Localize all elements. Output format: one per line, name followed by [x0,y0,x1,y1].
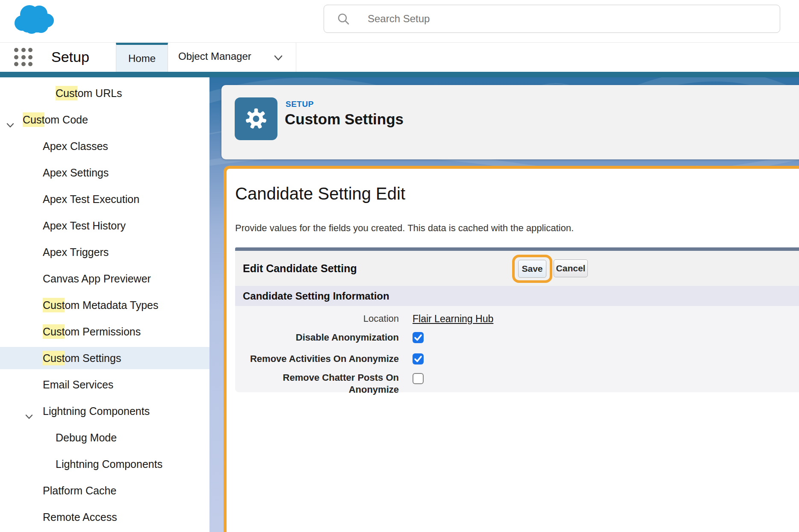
sidebar-item-label: Apex Test History [43,220,126,232]
sidebar-item-label: Lightning Components [56,458,162,470]
sidebar-item-custom-urls[interactable]: Custom URLs [0,82,209,104]
gear-icon [243,106,269,132]
search-input[interactable] [368,13,744,25]
sidebar-item-label: Lightning Components [43,405,150,417]
sidebar-item-label: Apex Settings [43,167,109,179]
sidebar-item-label: Custom Code [23,112,88,127]
search-icon [337,12,350,25]
sidebar-item-label: Remote Access [43,511,117,523]
field-value: Flair Learning Hub [399,313,493,325]
sidebar-item-label: Custom Permissions [43,324,141,339]
form-top-bar [235,247,799,251]
salesforce-setup-page: Setup Home Object Manager Custom URLsCus… [0,0,799,532]
setup-gear-tile [235,97,277,140]
section-title: Candidate Setting Information [243,290,389,302]
search-highlight: Cust [43,351,65,365]
field-value [399,332,424,343]
search-highlight: Cust [23,112,44,127]
page-header-card: SETUP Custom Settings [221,85,799,159]
sidebar-item-label: Custom Settings [43,351,121,365]
page-eyebrow: SETUP [286,100,314,109]
tab-object-manager-label: Object Manager [178,43,251,70]
checkbox-remove-chatter-posts-on-anonymize[interactable] [413,373,424,384]
section-header: Candidate Setting Information [235,286,799,306]
form-header-title: Edit Candidate Setting [243,251,357,286]
field-row-disable-anonymization: Disable Anonymization [235,332,424,344]
sidebar-item-custom-permissions[interactable]: Custom Permissions [0,320,209,343]
checkbox-disable-anonymization[interactable] [413,332,424,343]
setup-nav-bar: Setup Home Object Manager [0,43,799,72]
sidebar-item-email-services[interactable]: Email Services [0,373,209,396]
sidebar-item-label: Apex Classes [43,140,108,152]
cancel-button[interactable]: Cancel [554,259,588,277]
sidebar-item-label: Platform Cache [43,485,116,497]
tab-home-label: Home [128,53,156,64]
field-link-flair-learning-hub[interactable]: Flair Learning Hub [413,313,493,325]
field-row-remove-activities-on-anonymize: Remove Activities On Anonymize [235,353,424,365]
sidebar-item-platform-cache[interactable]: Platform Cache [0,479,209,502]
edit-form: Edit Candidate Setting Save Cancel Candi… [235,247,799,392]
chevron-down-icon [273,52,284,63]
field-label: Location [235,313,399,325]
field-row-remove-chatter-posts-on-anonymize: Remove Chatter Posts On Anonymize [235,372,424,396]
sidebar-item-lightning-components[interactable]: Lightning Components [0,453,209,475]
chevron-down-icon[interactable] [6,115,15,124]
field-value [399,372,424,384]
sidebar-item-apex-test-execution[interactable]: Apex Test Execution [0,188,209,210]
search-highlight: Cust [43,298,65,312]
save-button-highlight-annotation: Save [512,255,552,283]
sidebar-item-apex-test-history[interactable]: Apex Test History [0,215,209,237]
sidebar-item-debug-mode[interactable]: Debug Mode [0,426,209,449]
field-value [399,353,424,364]
nav-accent-strip [0,72,799,77]
salesforce-cloud-logo-icon[interactable] [9,1,58,38]
sidebar-item-canvas-app-previewer[interactable]: Canvas App Previewer [0,267,209,290]
content-description: Provide values for the fields you create… [235,223,574,234]
sidebar-item-custom-metadata-types[interactable]: Custom Metadata Types [0,294,209,316]
sidebar-item-label: Email Services [43,379,113,391]
sidebar-item-label: Canvas App Previewer [43,273,151,285]
tab-home[interactable]: Home [116,43,168,72]
field-row-location: LocationFlair Learning Hub [235,313,493,325]
field-label: Disable Anonymization [235,332,399,344]
search-highlight: Cust [43,324,65,339]
sidebar-item-apex-classes[interactable]: Apex Classes [0,135,209,157]
sidebar-item-lightning-components[interactable]: Lightning Components [0,400,209,422]
app-name-label: Setup [51,43,89,72]
content-panel-highlighted: Candidate Setting Edit Provide values fo… [224,166,799,532]
content-title: Candidate Setting Edit [235,184,405,203]
app-launcher-waffle-icon[interactable] [14,48,33,67]
global-search-box [324,5,780,33]
field-rows: LocationFlair Learning HubDisable Anonym… [235,306,799,392]
sidebar: Custom URLsCustom CodeApex ClassesApex S… [0,77,209,532]
global-header [0,0,799,43]
sidebar-item-label: Apex Test Execution [43,193,139,205]
search-highlight: Cust [56,86,77,100]
sidebar-item-label: Custom Metadata Types [43,298,159,312]
tab-object-manager[interactable]: Object Manager [168,43,296,72]
checkbox-remove-activities-on-anonymize[interactable] [413,353,424,364]
field-label: Remove Chatter Posts On Anonymize [235,372,399,396]
sidebar-item-label: Custom URLs [56,86,122,100]
sidebar-item-remote-access[interactable]: Remote Access [0,506,209,528]
sidebar-item-label: Apex Triggers [43,246,109,258]
field-label: Remove Activities On Anonymize [235,353,399,365]
chevron-down-icon[interactable] [24,406,34,416]
sidebar-item-custom-code[interactable]: Custom Code [0,109,209,131]
form-header: Edit Candidate Setting Save Cancel [235,251,799,286]
sidebar-item-apex-settings[interactable]: Apex Settings [0,162,209,184]
sidebar-item-custom-settings[interactable]: Custom Settings [0,347,209,369]
save-button[interactable]: Save [518,260,546,278]
page-title: Custom Settings [285,111,404,128]
sidebar-item-apex-triggers[interactable]: Apex Triggers [0,241,209,263]
sidebar-item-label: Debug Mode [56,432,117,444]
